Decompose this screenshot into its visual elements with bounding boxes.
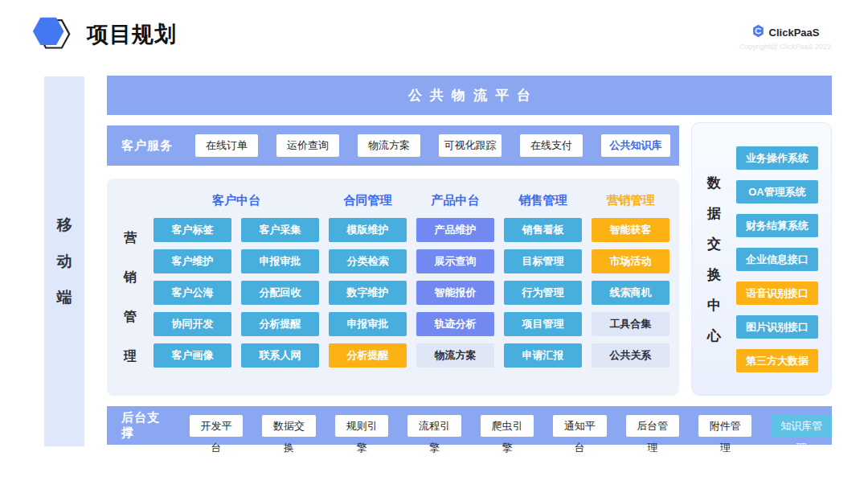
customer-service-item[interactable]: 运价查询 — [276, 134, 339, 157]
vertical-label-char: 数 — [707, 174, 721, 192]
matrix-column-header: 产品中台 — [416, 193, 494, 208]
backend-item[interactable]: 开发平台 — [190, 415, 243, 437]
vertical-label-char: 中 — [707, 296, 721, 314]
matrix-grid: 客户标签客户采集模版维护产品维护销售看板智能获客客户维护申报审批分类检索展示查询… — [154, 218, 679, 368]
backend-item[interactable]: 爬虫引擎 — [481, 415, 534, 437]
page: 项目规划 ClickPaaS Copyright@ ClickPaaS 2022… — [0, 0, 868, 489]
customer-service-item[interactable]: 在线支付 — [520, 134, 583, 157]
backend-item[interactable]: 数据交换 — [262, 415, 315, 437]
matrix-cell[interactable]: 申报审批 — [241, 249, 319, 273]
matrix-cell[interactable]: 协同开发 — [154, 312, 231, 336]
vertical-label-char: 理 — [124, 348, 137, 365]
data-exchange-item[interactable]: OA管理系统 — [736, 180, 818, 203]
backend-items: 开发平台数据交换规则引擎流程引擎爬虫引擎通知平台后台管理附件管理知识库管理 — [190, 415, 832, 437]
backend-item[interactable]: 规则引擎 — [335, 415, 388, 437]
brand-copyright: Copyright@ ClickPaaS 2022 — [733, 43, 837, 51]
matrix-column-header: 合同管理 — [329, 193, 407, 208]
backend-item[interactable]: 后台管理 — [626, 415, 679, 437]
matrix-row: 客户公海分配回收数字维护智能报价行为管理线索商机 — [154, 281, 679, 305]
customer-service-label: 客户服务 — [121, 138, 173, 154]
matrix-cell[interactable]: 物流方案 — [416, 343, 494, 368]
matrix-cell[interactable]: 公共关系 — [592, 343, 669, 368]
matrix-cell[interactable]: 分类检索 — [329, 249, 407, 273]
data-exchange-item[interactable]: 图片识别接口 — [736, 315, 818, 339]
matrix-row: 客户标签客户采集模版维护产品维护销售看板智能获客 — [154, 218, 679, 242]
backend-item[interactable]: 知识库管理 — [771, 415, 832, 437]
matrix-cell[interactable]: 市场活动 — [592, 249, 669, 273]
data-exchange-items: 业务操作系统OA管理系统财务结算系统企业信息接口语音识别接口图片识别接口第三方大… — [736, 123, 831, 395]
customer-service-item[interactable]: 可视化跟踪 — [439, 134, 502, 157]
matrix-cell[interactable]: 客户采集 — [241, 218, 319, 242]
matrix-cell[interactable]: 分配回收 — [241, 281, 319, 305]
vertical-label-char: 交 — [707, 235, 721, 253]
vertical-label-char: 据 — [707, 204, 721, 223]
customer-service-bar: 客户服务 在线订单运价查询物流方案可视化跟踪在线支付公共知识库 — [107, 125, 679, 166]
matrix-cell[interactable]: 数字维护 — [329, 281, 407, 305]
matrix-content: 客户中台合同管理产品中台销售管理营销管理 客户标签客户采集模版维护产品维护销售看… — [154, 179, 679, 396]
matrix-row: 客户维护申报审批分类检索展示查询目标管理市场活动 — [154, 249, 679, 273]
brand-block: ClickPaaS Copyright@ ClickPaaS 2022 — [733, 24, 837, 51]
matrix-cell[interactable]: 客户维护 — [154, 249, 231, 273]
matrix-cell[interactable]: 联系人网 — [241, 343, 319, 368]
matrix-cell[interactable]: 轨迹分析 — [416, 312, 494, 336]
vertical-label-char: 销 — [124, 269, 137, 286]
brand-name: ClickPaaS — [769, 27, 820, 39]
matrix-cell[interactable]: 目标管理 — [504, 249, 582, 273]
data-exchange-item[interactable]: 企业信息接口 — [736, 248, 818, 271]
customer-service-items: 在线订单运价查询物流方案可视化跟踪在线支付公共知识库 — [195, 134, 670, 157]
matrix-cell[interactable]: 申报审批 — [329, 312, 407, 336]
backend-support-label: 后台支撑 — [121, 410, 169, 441]
matrix-cell[interactable]: 工具合集 — [592, 312, 669, 336]
vertical-label-char: 移 — [57, 215, 72, 236]
backend-item[interactable]: 附件管理 — [698, 415, 751, 437]
customer-service-item[interactable]: 公共知识库 — [601, 134, 670, 157]
matrix-row: 协同开发分析提醒申报审批轨迹分析项目管理工具合集 — [154, 312, 679, 336]
matrix-cell[interactable]: 智能获客 — [592, 218, 669, 242]
matrix-cell[interactable]: 模版维护 — [329, 218, 407, 242]
matrix-cell[interactable]: 申请汇报 — [504, 343, 582, 368]
data-exchange-side-label: 数据交换中心 — [692, 123, 736, 395]
data-exchange-item[interactable]: 财务结算系统 — [736, 214, 818, 237]
matrix-cell[interactable]: 智能报价 — [416, 281, 494, 305]
logistics-platform-banner: 公共物流平台 — [107, 76, 832, 115]
data-exchange-item[interactable]: 业务操作系统 — [736, 146, 818, 170]
customer-service-item[interactable]: 物流方案 — [358, 134, 420, 157]
matrix-cell[interactable]: 客户标签 — [154, 218, 231, 242]
clickpaas-logo-icon — [751, 24, 765, 41]
backend-support-bar: 后台支撑 开发平台数据交换规则引擎流程引擎爬虫引擎通知平台后台管理附件管理知识库… — [107, 406, 832, 445]
matrix-column-header: 客户中台 — [154, 193, 319, 208]
matrix-cell[interactable]: 行为管理 — [504, 281, 582, 305]
data-exchange-item[interactable]: 第三方大数据 — [736, 349, 818, 372]
hexagon-logo-icon — [32, 15, 71, 55]
matrix-cell[interactable]: 展示查询 — [416, 249, 494, 273]
backend-item[interactable]: 流程引擎 — [407, 415, 461, 437]
mobile-side-bar: 移动端 — [44, 76, 84, 446]
matrix-cell[interactable]: 销售看板 — [504, 218, 582, 242]
data-exchange-panel: 数据交换中心 业务操作系统OA管理系统财务结算系统企业信息接口语音识别接口图片识… — [691, 122, 832, 396]
matrix-cell[interactable]: 分析提醒 — [241, 312, 319, 336]
backend-item[interactable]: 通知平台 — [553, 415, 606, 437]
vertical-label-char: 动 — [57, 251, 72, 272]
matrix-column-header: 营销管理 — [592, 193, 669, 208]
marketing-matrix-panel: 营销管理 客户中台合同管理产品中台销售管理营销管理 客户标签客户采集模版维护产品… — [107, 179, 679, 396]
matrix-headers: 客户中台合同管理产品中台销售管理营销管理 — [154, 189, 679, 212]
customer-service-item[interactable]: 在线订单 — [195, 134, 258, 157]
marketing-side-label: 营销管理 — [107, 179, 154, 396]
matrix-cell[interactable]: 客户画像 — [154, 343, 231, 368]
matrix-row: 客户画像联系人网分析提醒物流方案申请汇报公共关系 — [154, 343, 679, 368]
matrix-cell[interactable]: 客户公海 — [154, 281, 231, 305]
matrix-cell[interactable]: 分析提醒 — [329, 343, 407, 368]
data-exchange-item[interactable]: 语音识别接口 — [736, 281, 818, 305]
matrix-cell[interactable]: 线索商机 — [592, 281, 669, 305]
matrix-cell[interactable]: 项目管理 — [504, 312, 582, 336]
matrix-column-header: 销售管理 — [504, 193, 582, 208]
app-header: 项目规划 — [32, 14, 177, 55]
vertical-label-char: 营 — [124, 230, 137, 247]
page-title: 项目规划 — [87, 20, 177, 49]
vertical-label-char: 换 — [707, 265, 721, 284]
vertical-label-char: 心 — [707, 327, 721, 345]
vertical-label-char: 端 — [57, 287, 72, 308]
matrix-cell[interactable]: 产品维护 — [416, 218, 494, 242]
vertical-label-char: 管 — [124, 309, 137, 326]
